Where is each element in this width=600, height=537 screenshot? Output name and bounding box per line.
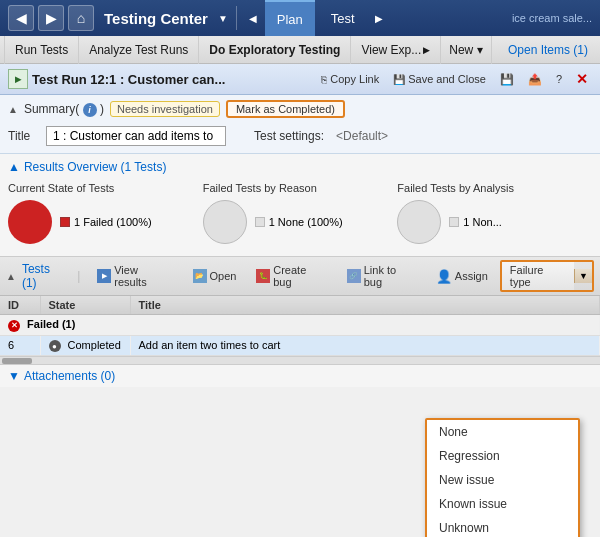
col-header-id: ID bbox=[0, 296, 40, 315]
tab-test[interactable]: Test bbox=[319, 0, 367, 36]
nav-run-tests[interactable]: Run Tests bbox=[4, 36, 79, 64]
row-title: Add an item two times to cart bbox=[130, 335, 600, 356]
back-button[interactable]: ◀ bbox=[8, 5, 34, 31]
copy-link-button[interactable]: ⎘ Copy Link bbox=[317, 71, 383, 87]
info-icon[interactable]: i bbox=[83, 103, 97, 117]
tests-table: ID State Title ✕ Failed (1) 6 ● Complete… bbox=[0, 296, 600, 356]
failed-by-analysis-chart: Failed Tests by Analysis 1 Non... bbox=[397, 182, 592, 244]
failed-by-reason-pie bbox=[203, 200, 247, 244]
view-results-icon: ▶ bbox=[97, 269, 111, 283]
dropdown-item-regression[interactable]: Regression bbox=[427, 444, 578, 468]
test-settings-value: <Default> bbox=[336, 129, 388, 143]
dropdown-item-unknown[interactable]: Unknown bbox=[427, 516, 578, 537]
tests-toolbar: ▲ Tests (1) | ▶ View results 📂 Open 🐛 Cr… bbox=[0, 257, 600, 296]
tab-plan[interactable]: Plan bbox=[265, 0, 315, 36]
top-nav-bar: ◀ ▶ ⌂ Testing Center ▼ ◀ Plan Test ▶ ice… bbox=[0, 0, 600, 36]
nav-exploratory[interactable]: Do Exploratory Testing bbox=[199, 36, 351, 64]
create-bug-button[interactable]: 🐛 Create bug bbox=[249, 261, 333, 291]
current-state-chart: Current State of Tests 1 Failed (100%) bbox=[8, 182, 203, 244]
home-button[interactable]: ⌂ bbox=[68, 5, 94, 31]
row-id: 6 bbox=[0, 335, 40, 356]
tests-section: ▲ Tests (1) | ▶ View results 📂 Open 🐛 Cr… bbox=[0, 256, 600, 364]
failure-type-dropdown[interactable]: Failure type ▼ bbox=[500, 260, 594, 292]
results-section: ▲ Results Overview (1 Tests) Current Sta… bbox=[0, 154, 600, 256]
tests-label: Tests (1) bbox=[22, 262, 67, 290]
nav-right-arrow[interactable]: ▶ bbox=[371, 13, 387, 24]
status-badge: Needs investigation bbox=[110, 101, 220, 117]
app-title-dropdown[interactable]: ▼ bbox=[218, 13, 228, 24]
results-header[interactable]: ▲ Results Overview (1 Tests) bbox=[8, 160, 592, 174]
group-label: Failed (1) bbox=[27, 318, 75, 330]
second-nav-bar: Run Tests Analyze Test Runs Do Explorato… bbox=[0, 36, 600, 64]
current-state-pie bbox=[8, 200, 52, 244]
failed-group-icon: ✕ bbox=[8, 320, 20, 332]
col-header-title: Title bbox=[130, 296, 600, 315]
create-bug-icon: 🐛 bbox=[256, 269, 270, 283]
results-collapse-arrow: ▲ bbox=[8, 160, 20, 174]
mark-completed-button[interactable]: Mark as Completed) bbox=[226, 100, 345, 118]
nav-left-arrow[interactable]: ◀ bbox=[245, 13, 261, 24]
open-button[interactable]: 📂 Open bbox=[186, 266, 244, 286]
col-header-state: State bbox=[40, 296, 130, 315]
link-bug-icon: 🔗 bbox=[347, 269, 361, 283]
test-settings-label: Test settings: bbox=[254, 129, 324, 143]
user-label: ice cream sale... bbox=[512, 12, 592, 24]
scrollbar-thumb bbox=[2, 358, 32, 364]
close-button[interactable]: ✕ bbox=[572, 71, 592, 87]
nav-view-exp[interactable]: View Exp... ▶ bbox=[351, 36, 441, 64]
nav-divider bbox=[236, 6, 237, 30]
summary-header: ▲ Summary( i ) Needs investigation Mark … bbox=[8, 100, 592, 118]
horizontal-scrollbar[interactable] bbox=[0, 356, 600, 364]
attachments-section[interactable]: ▼ Attachements (0) bbox=[0, 364, 600, 387]
assign-icon: 👤 bbox=[436, 269, 452, 284]
failed-by-reason-chart: Failed Tests by Reason 1 None (100%) bbox=[203, 182, 398, 244]
table-header-row: ID State Title bbox=[0, 296, 600, 315]
current-state-legend: 1 Failed (100%) bbox=[60, 216, 152, 228]
view-results-button[interactable]: ▶ View results bbox=[90, 261, 179, 291]
forward-button[interactable]: ▶ bbox=[38, 5, 64, 31]
failed-legend-box bbox=[60, 217, 70, 227]
dropdown-item-known-issue[interactable]: Known issue bbox=[427, 492, 578, 516]
save-close-button[interactable]: 💾 Save and Close bbox=[389, 71, 490, 87]
completed-state-icon: ● bbox=[49, 340, 61, 352]
nav-analyze-runs[interactable]: Analyze Test Runs bbox=[79, 36, 199, 64]
group-row-cell: ✕ Failed (1) bbox=[0, 315, 600, 336]
failure-type-arrow[interactable]: ▼ bbox=[574, 269, 592, 283]
open-icon: 📂 bbox=[193, 269, 207, 283]
help-button[interactable]: ? bbox=[552, 71, 566, 87]
charts-row: Current State of Tests 1 Failed (100%) F… bbox=[8, 182, 592, 244]
summary-section: ▲ Summary( i ) Needs investigation Mark … bbox=[0, 95, 600, 154]
dropdown-item-none[interactable]: None bbox=[427, 420, 578, 444]
title-run-icon: ▶ bbox=[8, 69, 28, 89]
app-title: Testing Center bbox=[104, 10, 208, 27]
dropdown-item-new-issue[interactable]: New issue bbox=[427, 468, 578, 492]
failed-by-analysis-area: 1 Non... bbox=[397, 200, 502, 244]
open-items-link[interactable]: Open Items (1) bbox=[500, 36, 596, 64]
title-row: Title 1 : Customer can add items to Test… bbox=[8, 124, 592, 148]
title-bar: ▶ Test Run 12:1 : Customer can... ⎘ Copy… bbox=[0, 64, 600, 95]
row-state: ● Completed bbox=[40, 335, 130, 356]
non-legend-box bbox=[449, 217, 459, 227]
tests-collapse-arrow[interactable]: ▲ bbox=[6, 271, 16, 282]
page-title: Test Run 12:1 : Customer can... bbox=[32, 72, 225, 87]
view-exp-arrow: ▶ bbox=[423, 45, 430, 55]
attachments-collapse-arrow: ▼ bbox=[8, 369, 20, 383]
failed-by-analysis-pie bbox=[397, 200, 441, 244]
save-icon-button[interactable]: 💾 bbox=[496, 71, 518, 88]
failed-by-reason-area: 1 None (100%) bbox=[203, 200, 343, 244]
new-button[interactable]: New ▾ bbox=[441, 36, 491, 64]
current-state-chart-area: 1 Failed (100%) bbox=[8, 200, 152, 244]
link-to-bug-button[interactable]: 🔗 Link to bug bbox=[340, 261, 424, 291]
title-actions: ⎘ Copy Link 💾 Save and Close 💾 📤 ? ✕ bbox=[317, 71, 592, 88]
none-legend-box bbox=[255, 217, 265, 227]
table-row[interactable]: 6 ● Completed Add an item two times to c… bbox=[0, 335, 600, 356]
summary-collapse-arrow[interactable]: ▲ bbox=[8, 104, 18, 115]
export-button[interactable]: 📤 bbox=[524, 71, 546, 88]
title-field-value[interactable]: 1 : Customer can add items to bbox=[46, 126, 226, 146]
summary-label: Summary( i ) bbox=[24, 102, 104, 117]
failed-by-analysis-legend: 1 Non... bbox=[449, 216, 502, 228]
assign-button[interactable]: 👤 Assign bbox=[430, 267, 494, 286]
failure-type-button[interactable]: Failure type bbox=[502, 262, 574, 290]
attachments-label: Attachements (0) bbox=[24, 369, 115, 383]
failure-dropdown-popup: None Regression New issue Known issue Un… bbox=[425, 418, 580, 537]
